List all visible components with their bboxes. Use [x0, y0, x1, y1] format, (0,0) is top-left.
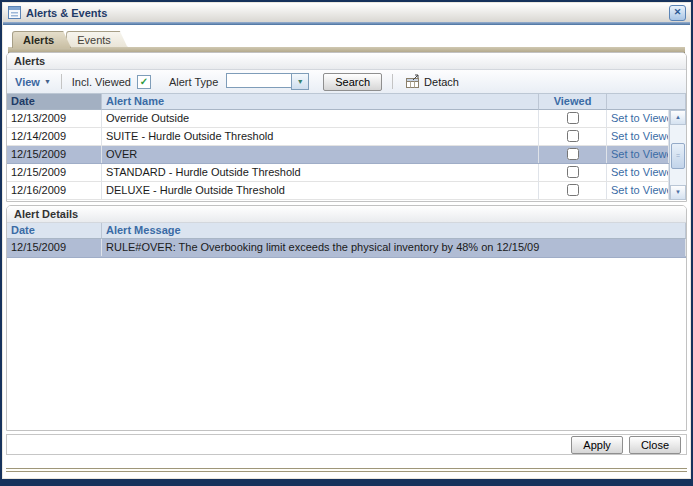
table-row[interactable]: 12/16/2009 DELUXE - Hurdle Outside Thres…	[7, 182, 669, 200]
tab-events[interactable]: Events	[66, 31, 128, 48]
alerts-events-dialog: Alerts & Events ✕ Alerts Events Alerts V…	[0, 0, 693, 486]
cell-viewed	[539, 128, 607, 145]
cell-viewed	[539, 182, 607, 199]
alerts-table-header: Date Alert Name Viewed	[7, 94, 686, 110]
viewed-checkbox[interactable]	[567, 166, 579, 178]
apply-button[interactable]: Apply	[571, 436, 623, 454]
detach-icon	[405, 74, 420, 89]
footer-divider	[6, 468, 687, 472]
cell-viewed	[539, 146, 607, 163]
column-header-date[interactable]: Date	[7, 223, 102, 239]
scroll-up-icon[interactable]: ▲	[670, 110, 686, 125]
tab-bar: Alerts Events	[12, 31, 123, 48]
table-row-selected[interactable]: 12/15/2009 OVER Set to Viewed	[7, 146, 669, 164]
incl-viewed-checkbox[interactable]: ✓	[137, 75, 151, 89]
close-icon[interactable]: ✕	[669, 5, 686, 21]
cell-viewed	[539, 164, 607, 181]
vertical-scrollbar[interactable]: ▲ = ▼	[669, 110, 686, 200]
detach-label: Detach	[424, 76, 459, 88]
alert-details-panel-title: Alert Details	[7, 206, 686, 223]
table-row[interactable]: 12/13/2009 Override Outside Set to Viewe…	[7, 110, 669, 128]
cell-alert-name: OVER	[102, 146, 539, 163]
cell-viewed	[539, 110, 607, 127]
cell-date: 12/15/2009	[7, 146, 102, 163]
detach-button[interactable]: Detach	[405, 74, 459, 89]
set-to-viewed-link[interactable]: Set to Viewed	[611, 148, 669, 160]
cell-alert-name: SUITE - Hurdle Outside Threshold	[102, 128, 539, 145]
scroll-down-icon[interactable]: ▼	[670, 185, 686, 200]
cell-date: 12/15/2009	[7, 239, 102, 256]
viewed-checkbox[interactable]	[567, 112, 579, 124]
cell-alert-name: DELUXE - Hurdle Outside Threshold	[102, 182, 539, 199]
alerts-toolbar: View ▼ Incl. Viewed ✓ Alert Type ▼ Searc…	[7, 70, 686, 94]
details-row-selected[interactable]: 12/15/2009 RULE#OVER: The Overbooking li…	[7, 239, 686, 258]
alert-type-combobox: ▼	[226, 73, 309, 90]
titlebar-accent-line	[3, 22, 690, 25]
table-row[interactable]: 12/14/2009 SUITE - Hurdle Outside Thresh…	[7, 128, 669, 146]
viewed-checkbox[interactable]	[567, 130, 579, 142]
set-to-viewed-link[interactable]: Set to Viewed	[611, 112, 669, 124]
scrollbar-thumb[interactable]: =	[671, 143, 685, 169]
viewed-checkbox[interactable]	[567, 148, 579, 160]
cell-date: 12/16/2009	[7, 182, 102, 199]
close-button[interactable]: Close	[629, 436, 681, 454]
alert-type-label: Alert Type	[169, 76, 218, 88]
viewed-checkbox[interactable]	[567, 184, 579, 196]
set-to-viewed-link[interactable]: Set to Viewed	[611, 130, 669, 142]
column-header-action	[607, 94, 686, 110]
alert-type-input[interactable]	[226, 73, 291, 88]
dialog-footer: Apply Close	[6, 434, 687, 455]
dialog-titlebar[interactable]: Alerts & Events ✕	[3, 3, 690, 22]
dialog-frame: Alerts & Events ✕ Alerts Events Alerts V…	[2, 2, 691, 479]
view-menu-button[interactable]: View ▼	[15, 76, 51, 88]
toolbar-separator	[392, 74, 393, 89]
details-table-header: Date Alert Message	[7, 223, 686, 239]
table-row[interactable]: 12/15/2009 STANDARD - Hurdle Outside Thr…	[7, 164, 669, 182]
alerts-table-body: 12/13/2009 Override Outside Set to Viewe…	[7, 110, 686, 200]
cell-alert-name: STANDARD - Hurdle Outside Threshold	[102, 164, 539, 181]
dialog-title: Alerts & Events	[26, 7, 107, 19]
column-header-date[interactable]: Date	[7, 94, 102, 110]
set-to-viewed-link[interactable]: Set to Viewed	[611, 166, 669, 178]
column-header-alert-message[interactable]: Alert Message	[102, 223, 686, 239]
view-menu-label: View	[15, 76, 40, 88]
window-icon	[8, 6, 21, 19]
column-header-viewed[interactable]: Viewed	[539, 94, 607, 110]
cell-alert-message: RULE#OVER: The Overbooking limit exceeds…	[102, 239, 686, 256]
alerts-panel: Alerts View ▼ Incl. Viewed ✓ Alert Type …	[6, 52, 687, 202]
toolbar-separator	[61, 74, 62, 89]
set-to-viewed-link[interactable]: Set to Viewed	[611, 184, 669, 196]
column-header-alert-name[interactable]: Alert Name	[102, 94, 539, 110]
chevron-down-icon[interactable]: ▼	[291, 73, 309, 90]
cell-date: 12/13/2009	[7, 110, 102, 127]
chevron-down-icon: ▼	[44, 78, 51, 85]
search-button[interactable]: Search	[323, 73, 382, 91]
cell-alert-name: Override Outside	[102, 110, 539, 127]
cell-date: 12/15/2009	[7, 164, 102, 181]
tab-alerts[interactable]: Alerts	[12, 31, 71, 48]
incl-viewed-label: Incl. Viewed	[72, 76, 131, 88]
alerts-panel-title: Alerts	[7, 53, 686, 70]
alert-details-panel: Alert Details Date Alert Message 12/15/2…	[6, 205, 687, 431]
cell-date: 12/14/2009	[7, 128, 102, 145]
